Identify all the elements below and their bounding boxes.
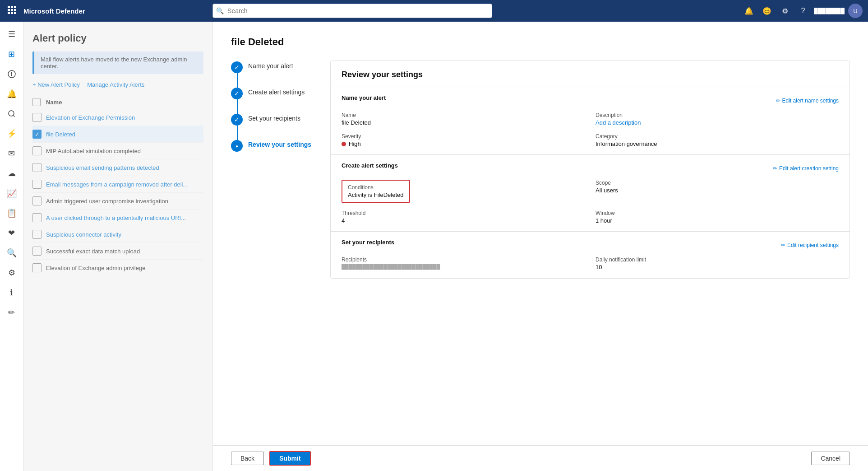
sidebar-item-alerts[interactable]: 🔔: [2, 85, 22, 103]
table-row[interactable]: MIP AutoLabel simulation completed: [32, 143, 203, 159]
notification-icon[interactable]: 🔔: [742, 4, 756, 18]
row-checkbox[interactable]: [32, 180, 42, 189]
row-name[interactable]: Suspicious connector activity: [46, 231, 121, 238]
severity-value: High: [342, 140, 585, 147]
recipients-value: ████████████████████████████: [342, 264, 585, 269]
table-row[interactable]: Admin triggered user compromise investig…: [32, 193, 203, 210]
sidebar-item-health[interactable]: ❤: [2, 224, 22, 242]
top-navigation: Microsoft Defender 🔍 🔔 😊 ⚙ ? ████████ U: [0, 0, 868, 22]
table-row[interactable]: Elevation of Exchange admin privilege: [32, 260, 203, 276]
app-container: ☰ ⊞ 🔔 ⚡ ✉ ☁ 📈 📋 ❤ 🔍 ⚙ ℹ ✏ Alert policy M…: [0, 22, 868, 471]
category-value: Information governance: [596, 140, 839, 147]
row-checkbox[interactable]: [32, 247, 42, 256]
waffle-menu-icon[interactable]: [5, 6, 18, 16]
table-row[interactable]: Email messages from a campaign removed a…: [32, 176, 203, 193]
sidebar-item-analytics[interactable]: 📈: [2, 184, 22, 202]
recipients-title: Set your recipients: [342, 239, 394, 246]
row-name[interactable]: Email messages from a campaign removed a…: [46, 181, 188, 188]
recipients-section: Set your recipients ✏ Edit recipient set…: [331, 232, 850, 278]
settings-icon[interactable]: ⚙: [778, 4, 792, 18]
window-label: Window: [596, 210, 839, 216]
feedback-icon[interactable]: 😊: [760, 4, 774, 18]
main-area: Alert policy Mail flow alerts have moved…: [23, 22, 868, 471]
svg-rect-8: [14, 12, 16, 14]
sidebar-item-menu[interactable]: ☰: [2, 25, 22, 43]
page-title: Alert policy: [32, 33, 203, 44]
description-value[interactable]: Add a description: [596, 119, 839, 126]
row-checkbox[interactable]: [32, 163, 42, 172]
sidebar-item-actions[interactable]: ⚡: [2, 125, 22, 143]
row-checkbox[interactable]: [32, 230, 42, 239]
submit-button[interactable]: Submit: [269, 451, 310, 466]
avatar[interactable]: U: [848, 4, 863, 18]
row-checkbox[interactable]: [32, 146, 42, 155]
step-icon-1: ✓: [231, 88, 243, 99]
step-icon-0: ✓: [231, 61, 243, 73]
search-icon: 🔍: [216, 7, 224, 14]
wizard-step-1: ✓Create alert settings: [231, 87, 312, 113]
sidebar-item-info[interactable]: ℹ: [2, 284, 22, 302]
row-checkbox[interactable]: [32, 263, 42, 272]
sidebar-item-reports[interactable]: 📋: [2, 204, 22, 222]
row-name[interactable]: file Deleted: [46, 131, 75, 138]
name-field: Name file Deleted: [342, 112, 585, 126]
table-row[interactable]: A user clicked through to a potentially …: [32, 210, 203, 226]
svg-rect-3: [8, 9, 10, 11]
back-button[interactable]: Back: [231, 452, 264, 465]
topnav-actions: 🔔 😊 ⚙ ? ████████ U: [742, 4, 863, 18]
sidebar-item-edit[interactable]: ✏: [2, 303, 22, 322]
cancel-button[interactable]: Cancel: [811, 452, 850, 465]
severity-label: Severity: [342, 133, 585, 140]
conditions-value: Activity is FileDeleted: [348, 191, 404, 198]
new-alert-policy-button[interactable]: + New Alert Policy: [32, 81, 80, 88]
step-label-1: Create alert settings: [248, 87, 305, 96]
row-checkbox[interactable]: [32, 213, 42, 222]
svg-point-10: [9, 111, 14, 116]
review-header: Review your settings: [331, 61, 850, 87]
app-brand: Microsoft Defender: [23, 7, 85, 15]
table-header: Name: [32, 95, 203, 109]
table-row[interactable]: Suspicious email sending patterns detect…: [32, 159, 203, 176]
description-label: Description: [596, 112, 839, 118]
sidebar-item-home[interactable]: ⊞: [2, 45, 22, 63]
step-label-0: Name your alert: [248, 61, 293, 70]
sidebar-item-config[interactable]: ⚙: [2, 264, 22, 282]
row-name: Admin triggered user compromise investig…: [46, 198, 168, 205]
sidebar-item-incidents[interactable]: [2, 65, 22, 83]
wizard-step-2: ✓Set your recipients: [231, 113, 312, 139]
alert-policy-panel: Alert policy Mail flow alerts have moved…: [23, 22, 213, 471]
row-checkbox[interactable]: ✓: [32, 130, 42, 139]
recipients-field: Recipients ████████████████████████████: [342, 256, 585, 270]
sidebar-item-search2[interactable]: 🔍: [2, 244, 22, 262]
manage-activity-alerts-button[interactable]: Manage Activity Alerts: [87, 81, 144, 88]
alert-settings-section: Create alert settings ✏ Edit alert creat…: [331, 155, 850, 232]
category-label: Category: [596, 133, 839, 140]
row-name: Elevation of Exchange admin privilege: [46, 265, 145, 271]
table-row[interactable]: ✓file Deleted: [32, 126, 203, 143]
sidebar-item-email[interactable]: ✉: [2, 145, 22, 163]
table-row[interactable]: Suspicious connector activity: [32, 226, 203, 243]
sidebar: ☰ ⊞ 🔔 ⚡ ✉ ☁ 📈 📋 ❤ 🔍 ⚙ ℹ ✏: [0, 22, 23, 471]
row-name[interactable]: Suspicious email sending patterns detect…: [46, 164, 159, 171]
user-name[interactable]: ████████: [814, 8, 845, 14]
step-label-2: Set your recipients: [248, 113, 300, 122]
edit-recipient-link[interactable]: ✏ Edit recipient settings: [781, 242, 839, 248]
sidebar-item-hunt[interactable]: [2, 105, 22, 123]
edit-alert-name-link[interactable]: ✏ Edit alert name settings: [776, 98, 839, 104]
row-name[interactable]: Elevation of Exchange Permission: [46, 114, 135, 121]
wizard-step-0: ✓Name your alert: [231, 61, 312, 87]
help-icon[interactable]: ?: [796, 4, 810, 18]
row-name[interactable]: A user clicked through to a potentially …: [46, 215, 186, 221]
row-name: Successful exact data match upload: [46, 248, 140, 255]
search-input[interactable]: [212, 4, 492, 18]
row-checkbox[interactable]: [32, 113, 42, 122]
row-checkbox[interactable]: [32, 196, 42, 205]
sidebar-item-cloud[interactable]: ☁: [2, 164, 22, 182]
table-row[interactable]: Elevation of Exchange Permission: [32, 109, 203, 126]
row-name: MIP AutoLabel simulation completed: [46, 148, 141, 154]
edit-alert-creation-link[interactable]: ✏ Edit alert creation setting: [773, 165, 839, 172]
table-row[interactable]: Successful exact data match upload: [32, 243, 203, 260]
svg-rect-6: [8, 12, 10, 14]
wizard-step-3: ●Review your settings: [231, 139, 312, 165]
name-alert-section: Name your alert ✏ Edit alert name settin…: [331, 87, 850, 155]
